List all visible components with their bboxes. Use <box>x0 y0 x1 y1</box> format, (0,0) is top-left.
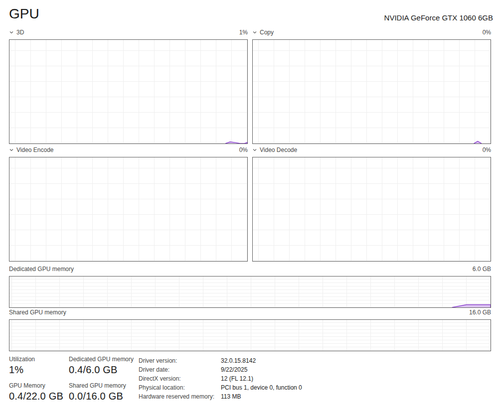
chart-percent: 0% <box>483 29 491 36</box>
detail-row: Driver date: 9/22/2025 <box>139 365 491 374</box>
chart-title: Dedicated GPU memory <box>9 266 74 273</box>
chart-video-encode-canvas[interactable] <box>9 157 248 262</box>
detail-value-directx-version: 12 (FL 12.1) <box>221 374 253 383</box>
gpu-device-name: NVIDIA GeForce GTX 1060 6GB <box>384 13 493 22</box>
chart-title: Copy <box>260 29 274 36</box>
chart-copy-collapse[interactable]: Copy <box>252 29 274 36</box>
chart-title: 3D <box>16 29 24 36</box>
detail-value-physical-location: PCI bus 1, device 0, function 0 <box>221 383 302 392</box>
chart-copy: Copy 0% <box>252 28 491 144</box>
stat-label: Utilization <box>9 356 69 363</box>
chevron-down-icon <box>252 30 257 35</box>
chart-video-encode: Video Encode 0% <box>9 146 248 262</box>
detail-value-driver-version: 32.0.15.8142 <box>221 356 256 365</box>
detail-label: Driver version: <box>139 356 221 365</box>
chart-3d-header: 3D 1% <box>9 28 248 36</box>
chart-copy-canvas[interactable] <box>252 39 491 144</box>
chart-video-decode-canvas[interactable] <box>252 157 491 262</box>
memory-sparkline <box>9 277 491 307</box>
shared-memory-label: Shared GPU memory <box>9 309 66 316</box>
stat-label: Dedicated GPU memory <box>69 356 139 363</box>
dedicated-memory-section: Dedicated GPU memory 6.0 GB <box>9 265 491 308</box>
chart-percent: 1% <box>239 29 248 36</box>
detail-row: Physical location: PCI bus 1, device 0, … <box>139 383 491 392</box>
shared-memory-section: Shared GPU memory 16.0 GB <box>9 308 491 351</box>
chart-percent: 0% <box>239 146 248 153</box>
chart-video-decode: Video Decode 0% <box>252 146 491 262</box>
stat-label: GPU Memory <box>9 382 69 389</box>
chart-3d: 3D 1% <box>9 28 248 144</box>
chart-video-decode-collapse[interactable]: Video Decode <box>252 146 297 153</box>
stats-panel: Utilization 1% GPU Memory 0.4/22.0 GB De… <box>9 356 491 409</box>
dedicated-memory-header: Dedicated GPU memory 6.0 GB <box>9 265 491 273</box>
stat-value-shared-memory: 0.0/16.0 GB <box>69 391 139 402</box>
details-column: Driver version: 32.0.15.8142 Driver date… <box>139 356 491 401</box>
stat-value-gpu-memory: 0.4/22.0 GB <box>9 391 69 402</box>
memory-scale-max: 16.0 GB <box>469 309 491 316</box>
chart-3d-collapse[interactable]: 3D <box>9 29 24 36</box>
detail-value-driver-date: 9/22/2025 <box>221 365 247 374</box>
detail-row: DirectX version: 12 (FL 12.1) <box>139 374 491 383</box>
engine-chart-row-2: Video Encode 0% Video Decode 0% <box>9 146 491 262</box>
engine-chart-row-1: 3D 1% Copy 0% <box>9 28 491 144</box>
detail-label: Driver date: <box>139 365 221 374</box>
chart-video-encode-header: Video Encode 0% <box>9 146 248 154</box>
stats-column-2: Dedicated GPU memory 0.4/6.0 GB Shared G… <box>69 356 139 409</box>
utilization-sparkline <box>9 157 247 261</box>
page-title: GPU <box>9 6 39 22</box>
stats-column-1: Utilization 1% GPU Memory 0.4/22.0 GB <box>9 356 69 409</box>
detail-row: Driver version: 32.0.15.8142 <box>139 356 491 365</box>
chart-title: Video Encode <box>16 146 54 153</box>
chart-title: Shared GPU memory <box>9 309 66 316</box>
shared-memory-header: Shared GPU memory 16.0 GB <box>9 308 491 316</box>
stat-label: Shared GPU memory <box>69 382 139 389</box>
detail-label: Hardware reserved memory: <box>139 392 221 401</box>
detail-value-hw-reserved-memory: 113 MB <box>221 392 241 401</box>
shared-memory-canvas[interactable] <box>9 319 491 351</box>
utilization-sparkline <box>253 40 491 143</box>
chevron-down-icon <box>9 30 14 35</box>
chart-percent: 0% <box>483 146 491 153</box>
detail-label: DirectX version: <box>139 374 221 383</box>
chart-title: Video Decode <box>260 146 297 153</box>
chart-3d-canvas[interactable] <box>9 39 248 144</box>
chart-video-encode-collapse[interactable]: Video Encode <box>9 146 54 153</box>
stat-value-dedicated-memory: 0.4/6.0 GB <box>69 364 139 376</box>
memory-scale-max: 6.0 GB <box>473 266 491 273</box>
chart-video-decode-header: Video Decode 0% <box>252 146 491 154</box>
utilization-sparkline <box>253 157 491 261</box>
dedicated-memory-canvas[interactable] <box>9 276 491 308</box>
chevron-down-icon <box>9 147 14 152</box>
detail-label: Physical location: <box>139 383 221 392</box>
chevron-down-icon <box>252 147 257 152</box>
stat-value-utilization: 1% <box>9 364 69 376</box>
dedicated-memory-label: Dedicated GPU memory <box>9 266 74 273</box>
chart-copy-header: Copy 0% <box>252 28 491 36</box>
utilization-sparkline <box>9 40 247 143</box>
detail-row: Hardware reserved memory: 113 MB <box>139 392 491 401</box>
memory-sparkline <box>9 320 491 351</box>
